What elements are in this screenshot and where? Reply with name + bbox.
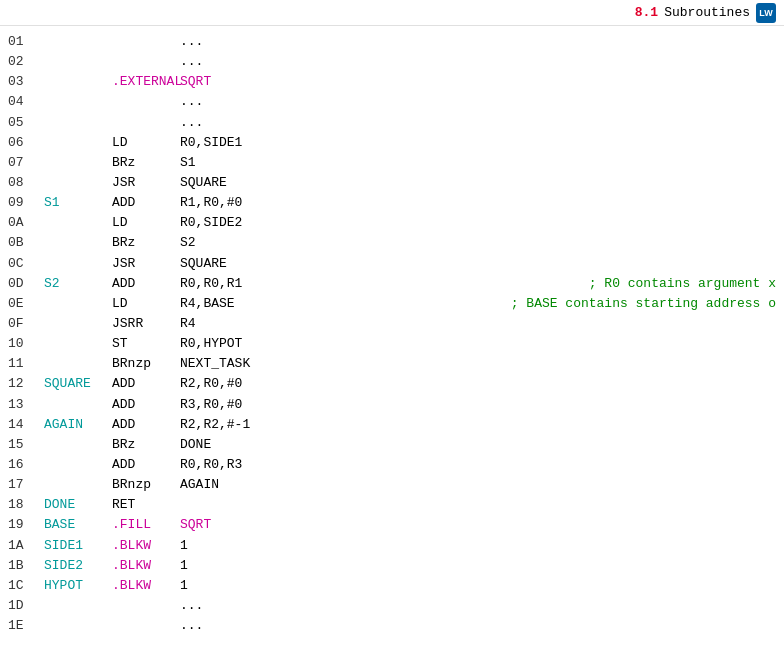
line-number: 08 bbox=[8, 173, 44, 193]
line-number: 03 bbox=[8, 72, 44, 92]
label: S1 bbox=[44, 193, 112, 213]
operand: DONE bbox=[180, 435, 776, 455]
operand: SQUARE bbox=[180, 254, 776, 274]
line-number: 1A bbox=[8, 536, 44, 556]
table-row: 1E... bbox=[0, 616, 784, 636]
operand: R1,R0,#0 bbox=[180, 193, 776, 213]
operand: ... bbox=[180, 52, 776, 72]
table-row: 01... bbox=[0, 32, 784, 52]
code-listing: 01...02...03.EXTERNALSQRT04...05...06LDR… bbox=[0, 26, 784, 642]
line-number: 05 bbox=[8, 113, 44, 133]
table-row: 04... bbox=[0, 92, 784, 112]
line-number: 12 bbox=[8, 374, 44, 394]
mnemonic: .BLKW bbox=[112, 556, 180, 576]
operand: ... bbox=[180, 92, 776, 112]
operand: R0,HYPOT bbox=[180, 334, 776, 354]
line-number: 0C bbox=[8, 254, 44, 274]
table-row: 1ASIDE1.BLKW1 bbox=[0, 536, 784, 556]
operand: R0,SIDE1 bbox=[180, 133, 776, 153]
table-row: 18DONERET bbox=[0, 495, 784, 515]
line-number: 09 bbox=[8, 193, 44, 213]
operand: SQRT bbox=[180, 515, 776, 535]
book-icon[interactable]: LW bbox=[756, 3, 776, 23]
mnemonic: .BLKW bbox=[112, 536, 180, 556]
line-number: 18 bbox=[8, 495, 44, 515]
table-row: 19BASE.FILLSQRT bbox=[0, 515, 784, 535]
operand: SQUARE bbox=[180, 173, 776, 193]
mnemonic: LD bbox=[112, 133, 180, 153]
table-row: 02... bbox=[0, 52, 784, 72]
mnemonic: LD bbox=[112, 294, 180, 314]
operand: R2,R2,#-1 bbox=[180, 415, 776, 435]
label: DONE bbox=[44, 495, 112, 515]
mnemonic: BRnzp bbox=[112, 475, 180, 495]
operand: R0,R0,R3 bbox=[180, 455, 776, 475]
line-number: 02 bbox=[8, 52, 44, 72]
mnemonic: ADD bbox=[112, 193, 180, 213]
table-row: 0DS2ADDR0,R0,R1; R0 contains argument x bbox=[0, 274, 784, 294]
line-number: 10 bbox=[8, 334, 44, 354]
table-row: 13ADDR3,R0,#0 bbox=[0, 395, 784, 415]
label: BASE bbox=[44, 515, 112, 535]
operand: R3,R0,#0 bbox=[180, 395, 776, 415]
operand: R4 bbox=[180, 314, 776, 334]
operand: ... bbox=[180, 616, 776, 636]
table-row: 0FJSRRR4 bbox=[0, 314, 784, 334]
page-header: 8.1 Subroutines LW bbox=[0, 0, 784, 26]
mnemonic: BRz bbox=[112, 233, 180, 253]
line-number: 11 bbox=[8, 354, 44, 374]
line-number: 14 bbox=[8, 415, 44, 435]
operand: 1 bbox=[180, 556, 776, 576]
line-number: 07 bbox=[8, 153, 44, 173]
line-number: 19 bbox=[8, 515, 44, 535]
section-title: Subroutines bbox=[664, 5, 750, 20]
line-number: 17 bbox=[8, 475, 44, 495]
line-number: 1C bbox=[8, 576, 44, 596]
table-row: 0CJSRSQUARE bbox=[0, 254, 784, 274]
mnemonic: .FILL bbox=[112, 515, 180, 535]
table-row: 08JSRSQUARE bbox=[0, 173, 784, 193]
operand: R4,BASE bbox=[180, 294, 503, 314]
label: SIDE1 bbox=[44, 536, 112, 556]
mnemonic: ST bbox=[112, 334, 180, 354]
table-row: 10STR0,HYPOT bbox=[0, 334, 784, 354]
line-number: 1B bbox=[8, 556, 44, 576]
table-row: 03.EXTERNALSQRT bbox=[0, 72, 784, 92]
table-row: 16ADDR0,R0,R3 bbox=[0, 455, 784, 475]
line-number: 16 bbox=[8, 455, 44, 475]
line-number: 0D bbox=[8, 274, 44, 294]
table-row: 06LDR0,SIDE1 bbox=[0, 133, 784, 153]
comment: ; R0 contains argument x bbox=[589, 274, 776, 294]
line-number: 0F bbox=[8, 314, 44, 334]
table-row: 0ELDR4,BASE; BASE contains starting addr… bbox=[0, 294, 784, 314]
operand: 1 bbox=[180, 576, 776, 596]
table-row: 05... bbox=[0, 113, 784, 133]
table-row: 09S1ADDR1,R0,#0 bbox=[0, 193, 784, 213]
line-number: 0E bbox=[8, 294, 44, 314]
mnemonic: ADD bbox=[112, 395, 180, 415]
section-number: 8.1 bbox=[635, 5, 658, 20]
operand: ... bbox=[180, 596, 776, 616]
mnemonic: .BLKW bbox=[112, 576, 180, 596]
operand: S2 bbox=[180, 233, 776, 253]
table-row: 07BRzS1 bbox=[0, 153, 784, 173]
operand: NEXT_TASK bbox=[180, 354, 776, 374]
table-row: 17BRnzpAGAIN bbox=[0, 475, 784, 495]
mnemonic: ADD bbox=[112, 415, 180, 435]
label: S2 bbox=[44, 274, 112, 294]
operand: R0,R0,R1 bbox=[180, 274, 581, 294]
operand: ... bbox=[180, 32, 776, 52]
line-number: 1D bbox=[8, 596, 44, 616]
line-number: 0B bbox=[8, 233, 44, 253]
table-row: 14AGAINADDR2,R2,#-1 bbox=[0, 415, 784, 435]
mnemonic: JSR bbox=[112, 254, 180, 274]
line-number: 13 bbox=[8, 395, 44, 415]
mnemonic: LD bbox=[112, 213, 180, 233]
operand: R2,R0,#0 bbox=[180, 374, 776, 394]
line-number: 15 bbox=[8, 435, 44, 455]
table-row: 1BSIDE2.BLKW1 bbox=[0, 556, 784, 576]
line-number: 04 bbox=[8, 92, 44, 112]
table-row: 11BRnzpNEXT_TASK bbox=[0, 354, 784, 374]
operand: S1 bbox=[180, 153, 776, 173]
label: SIDE2 bbox=[44, 556, 112, 576]
